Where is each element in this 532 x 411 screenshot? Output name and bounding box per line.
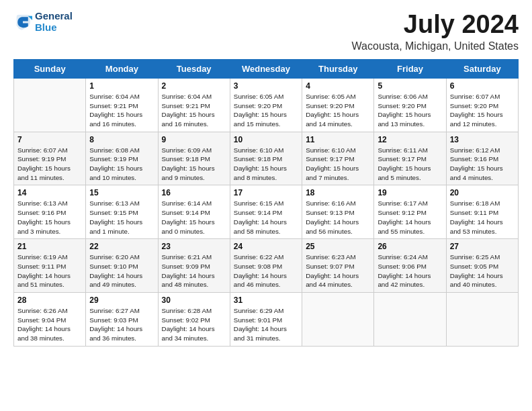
calendar-cell: 7Sunrise: 6:07 AM Sunset: 9:19 PM Daylig…: [14, 132, 86, 185]
page: General Blue July 2024 Wacousta, Michiga…: [0, 0, 532, 411]
calendar-cell: 27Sunrise: 6:25 AM Sunset: 9:05 PM Dayli…: [446, 239, 518, 293]
calendar-cell: [374, 293, 446, 347]
day-info: Sunrise: 6:13 AM Sunset: 9:15 PM Dayligh…: [89, 199, 154, 236]
day-number: 24: [234, 242, 298, 251]
calendar-cell: 30Sunrise: 6:28 AM Sunset: 9:02 PM Dayli…: [158, 293, 230, 347]
calendar-cell: 2Sunrise: 6:04 AM Sunset: 9:21 PM Daylig…: [158, 78, 230, 132]
calendar-cell: [446, 293, 518, 347]
week-row-3: 21Sunrise: 6:19 AM Sunset: 9:11 PM Dayli…: [14, 239, 519, 293]
day-info: Sunrise: 6:10 AM Sunset: 9:18 PM Dayligh…: [234, 146, 298, 183]
calendar-cell: 17Sunrise: 6:15 AM Sunset: 9:14 PM Dayli…: [230, 185, 302, 239]
day-number: 26: [378, 242, 442, 251]
week-row-4: 28Sunrise: 6:26 AM Sunset: 9:04 PM Dayli…: [14, 293, 519, 347]
calendar-cell: 23Sunrise: 6:21 AM Sunset: 9:09 PM Dayli…: [158, 239, 230, 293]
weekday-header-saturday: Saturday: [446, 59, 518, 78]
day-number: 17: [234, 188, 298, 197]
week-row-2: 14Sunrise: 6:13 AM Sunset: 9:16 PM Dayli…: [14, 185, 519, 239]
weekday-header-friday: Friday: [374, 59, 446, 78]
calendar-cell: 1Sunrise: 6:04 AM Sunset: 9:21 PM Daylig…: [86, 78, 158, 132]
weekday-header-wednesday: Wednesday: [230, 59, 302, 78]
logo-text: General Blue: [35, 11, 73, 33]
calendar-cell: 12Sunrise: 6:11 AM Sunset: 9:17 PM Dayli…: [374, 132, 446, 185]
day-number: 6: [450, 81, 515, 91]
calendar-body: 1Sunrise: 6:04 AM Sunset: 9:21 PM Daylig…: [14, 78, 519, 346]
calendar: SundayMondayTuesdayWednesdayThursdayFrid…: [13, 59, 519, 347]
day-info: Sunrise: 6:20 AM Sunset: 9:10 PM Dayligh…: [89, 253, 154, 289]
calendar-cell: 26Sunrise: 6:24 AM Sunset: 9:06 PM Dayli…: [374, 239, 446, 293]
day-info: Sunrise: 6:13 AM Sunset: 9:16 PM Dayligh…: [17, 199, 82, 236]
day-info: Sunrise: 6:18 AM Sunset: 9:11 PM Dayligh…: [450, 199, 515, 236]
day-info: Sunrise: 6:06 AM Sunset: 9:20 PM Dayligh…: [378, 92, 442, 129]
calendar-cell: 18Sunrise: 6:16 AM Sunset: 9:13 PM Dayli…: [302, 185, 374, 239]
title-area: July 2024 Wacousta, Michigan, United Sta…: [352, 11, 519, 52]
day-info: Sunrise: 6:04 AM Sunset: 9:21 PM Dayligh…: [162, 92, 226, 129]
weekday-header-sunday: Sunday: [14, 59, 86, 78]
calendar-cell: 29Sunrise: 6:27 AM Sunset: 9:03 PM Dayli…: [86, 293, 158, 347]
day-info: Sunrise: 6:22 AM Sunset: 9:08 PM Dayligh…: [234, 253, 298, 289]
day-info: Sunrise: 6:05 AM Sunset: 9:20 PM Dayligh…: [306, 92, 370, 129]
day-number: 18: [306, 188, 370, 197]
day-number: 21: [17, 242, 82, 251]
calendar-cell: 14Sunrise: 6:13 AM Sunset: 9:16 PM Dayli…: [14, 185, 86, 239]
day-number: 13: [450, 135, 515, 144]
day-info: Sunrise: 6:25 AM Sunset: 9:05 PM Dayligh…: [450, 253, 515, 289]
day-info: Sunrise: 6:15 AM Sunset: 9:14 PM Dayligh…: [234, 199, 298, 236]
day-number: 30: [162, 295, 226, 305]
day-info: Sunrise: 6:23 AM Sunset: 9:07 PM Dayligh…: [306, 253, 370, 289]
day-number: 23: [162, 242, 226, 251]
day-number: 2: [162, 81, 226, 91]
calendar-cell: 13Sunrise: 6:12 AM Sunset: 9:16 PM Dayli…: [446, 132, 518, 185]
weekday-header-row: SundayMondayTuesdayWednesdayThursdayFrid…: [14, 59, 519, 78]
day-number: 25: [306, 242, 370, 251]
day-info: Sunrise: 6:27 AM Sunset: 9:03 PM Dayligh…: [89, 306, 154, 343]
calendar-cell: 21Sunrise: 6:19 AM Sunset: 9:11 PM Dayli…: [14, 239, 86, 293]
day-info: Sunrise: 6:10 AM Sunset: 9:17 PM Dayligh…: [306, 146, 370, 183]
day-info: Sunrise: 6:08 AM Sunset: 9:19 PM Dayligh…: [89, 146, 154, 183]
day-number: 12: [378, 135, 442, 144]
day-number: 9: [162, 135, 226, 144]
weekday-header-tuesday: Tuesday: [158, 59, 230, 78]
calendar-cell: 11Sunrise: 6:10 AM Sunset: 9:17 PM Dayli…: [302, 132, 374, 185]
day-number: 1: [89, 81, 154, 91]
weekday-header-thursday: Thursday: [302, 59, 374, 78]
day-info: Sunrise: 6:16 AM Sunset: 9:13 PM Dayligh…: [306, 199, 370, 236]
logo-icon: [13, 13, 32, 32]
day-number: 28: [17, 295, 82, 305]
month-title: July 2024: [352, 11, 519, 39]
day-info: Sunrise: 6:29 AM Sunset: 9:01 PM Dayligh…: [234, 306, 298, 343]
day-number: 10: [234, 135, 298, 144]
calendar-cell: 16Sunrise: 6:14 AM Sunset: 9:14 PM Dayli…: [158, 185, 230, 239]
day-info: Sunrise: 6:12 AM Sunset: 9:16 PM Dayligh…: [450, 146, 515, 183]
day-info: Sunrise: 6:26 AM Sunset: 9:04 PM Dayligh…: [17, 306, 82, 343]
day-info: Sunrise: 6:17 AM Sunset: 9:12 PM Dayligh…: [378, 199, 442, 236]
day-number: 5: [378, 81, 442, 91]
day-info: Sunrise: 6:09 AM Sunset: 9:18 PM Dayligh…: [162, 146, 226, 183]
day-number: 31: [234, 295, 298, 305]
calendar-cell: [302, 293, 374, 347]
day-number: 16: [162, 188, 226, 197]
weekday-header-monday: Monday: [86, 59, 158, 78]
day-info: Sunrise: 6:07 AM Sunset: 9:19 PM Dayligh…: [17, 146, 82, 183]
day-number: 11: [306, 135, 370, 144]
day-number: 7: [17, 135, 82, 144]
day-number: 27: [450, 242, 515, 251]
day-number: 20: [450, 188, 515, 197]
week-row-1: 7Sunrise: 6:07 AM Sunset: 9:19 PM Daylig…: [14, 132, 519, 185]
day-info: Sunrise: 6:19 AM Sunset: 9:11 PM Dayligh…: [17, 253, 82, 289]
calendar-cell: 3Sunrise: 6:05 AM Sunset: 9:20 PM Daylig…: [230, 78, 302, 132]
calendar-cell: 28Sunrise: 6:26 AM Sunset: 9:04 PM Dayli…: [14, 293, 86, 347]
day-info: Sunrise: 6:05 AM Sunset: 9:20 PM Dayligh…: [234, 92, 298, 129]
calendar-cell: 22Sunrise: 6:20 AM Sunset: 9:10 PM Dayli…: [86, 239, 158, 293]
day-number: 29: [89, 295, 154, 305]
calendar-cell: 6Sunrise: 6:07 AM Sunset: 9:20 PM Daylig…: [446, 78, 518, 132]
day-info: Sunrise: 6:28 AM Sunset: 9:02 PM Dayligh…: [162, 306, 226, 343]
day-number: 8: [89, 135, 154, 144]
calendar-cell: 24Sunrise: 6:22 AM Sunset: 9:08 PM Dayli…: [230, 239, 302, 293]
calendar-cell: [14, 78, 86, 132]
day-info: Sunrise: 6:07 AM Sunset: 9:20 PM Dayligh…: [450, 92, 515, 129]
day-number: 19: [378, 188, 442, 197]
day-info: Sunrise: 6:04 AM Sunset: 9:21 PM Dayligh…: [89, 92, 154, 129]
calendar-cell: 10Sunrise: 6:10 AM Sunset: 9:18 PM Dayli…: [230, 132, 302, 185]
calendar-cell: 20Sunrise: 6:18 AM Sunset: 9:11 PM Dayli…: [446, 185, 518, 239]
location-title: Wacousta, Michigan, United States: [352, 40, 519, 52]
